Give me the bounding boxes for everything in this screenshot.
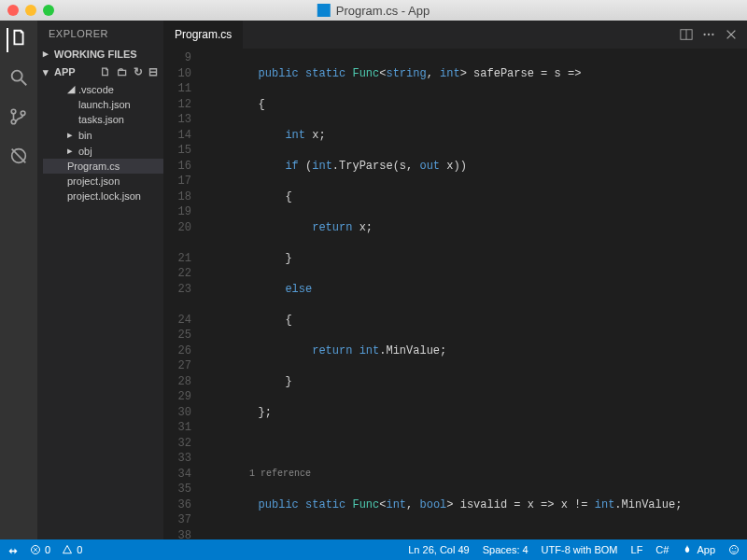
explorer-activity[interactable] [7,28,29,52]
svg-point-2 [11,109,16,114]
file-project-lock-json[interactable]: project.lock.json [43,189,163,203]
svg-point-19 [735,548,736,549]
status-bar: 0 0 Ln 26, Col 49 Spaces: 4 UTF-8 with B… [0,539,747,560]
status-feedback[interactable] [728,544,740,555]
svg-point-0 [12,71,22,81]
search-icon [8,67,29,88]
status-cursor-position[interactable]: Ln 26, Col 49 [408,544,469,555]
status-warnings[interactable]: 0 [62,544,82,555]
file-label: Program.cs [67,161,120,172]
status-omnisharp[interactable]: App [682,544,715,555]
app-section-label: APP [54,66,76,77]
svg-point-17 [730,546,739,554]
chevron-down-icon: ◢ [67,83,75,95]
code-editor[interactable]: 9101112131415161718192021222324252627282… [163,49,747,539]
codelens-references[interactable]: 1 reference [249,469,311,479]
svg-point-3 [11,119,16,124]
explorer-sidebar: EXPLORER ▸ WORKING FILES ▾ APP 🗋 🗀 ↻ ⊟ ◢… [37,21,163,539]
editor-area: Program.cs 91011121314151617181920212223… [163,21,747,539]
svg-point-10 [708,34,710,35]
collapse-icon[interactable]: ⊟ [148,65,158,78]
window-title: Program.cs - App [336,4,430,18]
file-label: project.lock.json [67,190,141,202]
editor-tabs: Program.cs [163,21,747,49]
file-tasks-json[interactable]: tasks.json [43,112,163,127]
git-activity[interactable] [8,106,29,131]
flame-icon [682,544,693,555]
status-remote[interactable] [7,544,19,555]
folder-vscode[interactable]: ◢.vscode [43,81,163,97]
file-program-cs[interactable]: Program.cs [43,159,163,174]
svg-point-11 [712,34,713,35]
folder-label: bin [78,130,92,141]
line-gutter: 9101112131415161718192021222324252627282… [163,49,204,539]
chevron-right-icon: ▸ [43,48,50,60]
chevron-down-icon: ▾ [43,66,50,78]
app-section-actions: 🗋 🗀 ↻ ⊟ [100,65,158,78]
activity-bar [0,21,37,539]
new-folder-icon[interactable]: 🗀 [117,65,128,78]
working-files-section[interactable]: ▸ WORKING FILES [37,45,163,63]
folder-label: obj [78,146,92,157]
working-files-label: WORKING FILES [54,49,137,60]
bug-icon [8,146,29,166]
close-icon[interactable] [725,28,738,41]
folder-obj[interactable]: ▸obj [43,143,163,159]
chevron-right-icon: ▸ [67,145,75,157]
remote-icon [7,544,19,555]
status-encoding[interactable]: UTF-8 with BOM [542,544,618,555]
status-language[interactable]: C# [655,544,669,555]
search-activity[interactable] [8,67,29,91]
svg-point-4 [21,111,25,116]
tab-program-cs[interactable]: Program.cs [163,21,244,49]
file-project-json[interactable]: project.json [43,174,163,189]
close-window-button[interactable] [7,5,19,16]
svg-point-9 [703,34,705,35]
chevron-right-icon: ▸ [67,129,75,141]
split-editor-icon[interactable] [680,28,693,41]
more-icon[interactable] [702,28,715,41]
warning-icon [62,544,73,555]
vscode-icon [317,4,331,17]
refresh-icon[interactable]: ↻ [134,65,143,78]
file-tree: ◢.vscode launch.json tasks.json ▸bin ▸ob… [37,81,163,203]
files-icon [8,28,29,49]
git-branch-icon [8,106,29,127]
file-launch-json[interactable]: launch.json [43,97,163,112]
file-label: launch.json [78,99,131,110]
status-errors[interactable]: 0 [30,544,50,555]
debug-activity[interactable] [8,146,29,170]
folder-label: .vscode [78,84,114,95]
titlebar: Program.cs - App [0,0,747,21]
zoom-window-button[interactable] [43,5,54,16]
file-label: project.json [67,175,120,187]
explorer-title: EXPLORER [37,21,163,45]
app-section-header[interactable]: ▾ APP 🗋 🗀 ↻ ⊟ [37,63,163,81]
tab-label: Program.cs [175,28,232,41]
new-file-icon[interactable]: 🗋 [100,65,111,78]
smiley-icon [728,544,740,555]
error-icon [30,544,41,555]
folder-bin[interactable]: ▸bin [43,127,163,143]
status-eol[interactable]: LF [631,544,643,555]
svg-line-1 [21,80,27,86]
svg-point-18 [732,548,733,549]
status-indentation[interactable]: Spaces: 4 [483,544,529,555]
window-controls [7,5,54,16]
file-label: tasks.json [78,114,124,125]
code-content: public static Func<string, int> safePars… [204,49,747,539]
titlebar-center: Program.cs - App [317,4,430,18]
minimize-window-button[interactable] [25,5,36,16]
editor-actions [670,21,747,49]
